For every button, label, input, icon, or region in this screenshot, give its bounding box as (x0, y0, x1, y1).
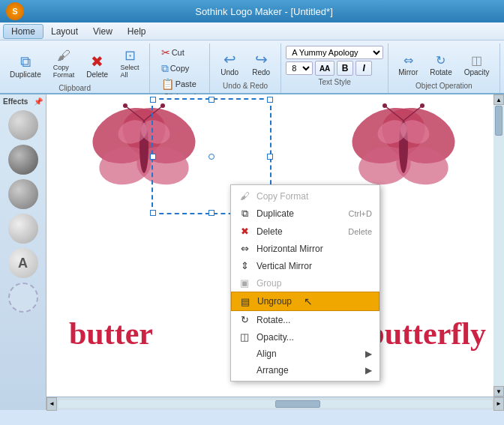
btn-mirror[interactable]: ⇔ Mirror (393, 51, 423, 80)
btn-rotate[interactable]: ↻ Rotate (424, 51, 457, 80)
effect-item-2[interactable] (8, 179, 38, 209)
ctx-align-arrow: ▶ (365, 349, 372, 359)
btn-select-all[interactable]: ⊡ SelectAll (115, 45, 145, 82)
canvas-text-right: butterfly (367, 316, 486, 352)
ctx-align-label: Align (256, 349, 277, 359)
scroll-thumb-right[interactable] (495, 106, 502, 136)
canvas-area[interactable]: butter butterfly 🖌 Copy Format ⧉ Duplica… (46, 94, 494, 397)
handle-bl[interactable] (150, 210, 156, 216)
menu-home[interactable]: Home (3, 24, 44, 39)
scroll-track-bottom (58, 400, 492, 408)
mirror-icon: ⇔ (404, 55, 413, 67)
effect-item-1[interactable] (8, 145, 38, 175)
ctx-ungroup-icon: ▤ (239, 296, 251, 307)
ctx-copy-format[interactable]: 🖌 Copy Format (231, 187, 380, 205)
selection-center (208, 154, 214, 160)
font-select[interactable]: A Yummy Apology (286, 46, 383, 59)
copy-icon: ⧉ (161, 63, 169, 73)
ctx-group[interactable]: ▣ Group (231, 274, 380, 292)
canvas-content: butter butterfly 🖌 Copy Format ⧉ Duplica… (46, 94, 494, 397)
opacity-icon: ◫ (471, 55, 482, 67)
ctx-copy-format-label: Copy Format (256, 191, 308, 202)
font-italic-btn[interactable]: I (356, 61, 372, 76)
handle-tr[interactable] (267, 97, 273, 103)
effects-panel: Effects 📌 A (0, 94, 46, 410)
btn-cut[interactable]: ✂ Cut (158, 45, 202, 60)
ctx-arrange[interactable]: Arrange ▶ (231, 362, 380, 379)
ctx-ungroup[interactable]: ▤ Ungroup ↖ (231, 292, 380, 311)
effect-item-3[interactable] (8, 214, 38, 244)
ctx-arrange-label: Arrange (256, 365, 289, 376)
ctx-opacity[interactable]: ◫ Opacity... (231, 328, 380, 346)
ctx-duplicate[interactable]: ⧉ Duplicate Ctrl+D (231, 205, 380, 223)
menu-help[interactable]: Help (120, 25, 154, 38)
scroll-track-right (494, 105, 504, 386)
btn-opacity[interactable]: ◫ Opacity (459, 51, 495, 80)
ctx-copy-format-icon: 🖌 (238, 190, 250, 202)
scroll-down-btn[interactable]: ▼ (494, 386, 504, 397)
text-style-group: A Yummy Apology 8 AA B I Text Style (281, 43, 388, 93)
btn-mirror-label: Mirror (398, 68, 418, 76)
bottom-scroll-bar: ◄ ► (46, 397, 504, 410)
ctx-align[interactable]: Align ▶ (231, 346, 380, 362)
scroll-left-btn[interactable]: ◄ (46, 397, 57, 411)
ctx-rotate[interactable]: ↻ Rotate... (231, 311, 380, 328)
menu-layout[interactable]: Layout (44, 25, 86, 38)
ctx-delete[interactable]: ✖ Delete Delete (231, 223, 380, 240)
handle-bm[interactable] (208, 210, 214, 216)
cut-icon: ✂ (161, 47, 170, 58)
ctx-rotate-icon: ↻ (238, 314, 250, 325)
effect-item-5[interactable] (8, 283, 38, 313)
btn-copy[interactable]: ⧉ Copy (158, 61, 202, 76)
btn-paste[interactable]: 📋 Paste (158, 76, 202, 91)
ctx-opacity-label: Opacity... (256, 332, 294, 343)
btn-redo[interactable]: ↪ Redo (246, 48, 276, 80)
font-aa-btn[interactable]: AA (315, 61, 334, 76)
menu-view[interactable]: View (86, 25, 120, 38)
ctx-delete-shortcut: Delete (348, 227, 372, 236)
ribbon-group-undo: ↩ Undo ↪ Redo Undo & Redo (210, 43, 281, 93)
ctx-h-mirror[interactable]: ⇔ Horizontal Mirror (231, 240, 380, 257)
btn-undo[interactable]: ↩ Undo (214, 48, 244, 80)
handle-tm[interactable] (208, 97, 214, 103)
btn-rotate-label: Rotate (430, 68, 452, 76)
btn-cut-label: Cut (172, 48, 184, 57)
handle-mr[interactable] (267, 154, 273, 160)
canvas-text-left: butter (69, 316, 153, 352)
text-style-label: Text Style (286, 78, 383, 86)
effects-pin-icon[interactable]: 📌 (34, 97, 43, 106)
copy-format-icon: 🖌 (57, 49, 70, 62)
ribbon-group-main: ⧉ Duplicate 🖌 CopyFormat ✖ Delete ⊡ Sele… (0, 43, 150, 93)
cursor-icon: ↖ (304, 295, 313, 307)
duplicate-icon: ⧉ (20, 54, 31, 69)
btn-delete[interactable]: ✖ Delete (81, 50, 113, 82)
effect-item-0[interactable] (8, 110, 38, 140)
effects-label: Effects (3, 97, 28, 106)
ctx-arrange-arrow: ▶ (365, 365, 372, 376)
font-bold-btn[interactable]: B (337, 61, 353, 76)
menu-bar: Home Layout View Help (0, 22, 504, 40)
ribbon-group-object: ⇔ Mirror ↻ Rotate ◫ Opacity Object Opera… (388, 43, 500, 93)
btn-redo-label: Redo (252, 68, 270, 76)
undo-icon: ↩ (224, 52, 236, 67)
ctx-v-mirror-label: Vertical Mirror (256, 261, 312, 271)
btn-duplicate[interactable]: ⧉ Duplicate (4, 50, 46, 82)
scroll-thumb-bottom[interactable] (275, 400, 320, 408)
svg-point-7 (123, 103, 128, 108)
ctx-group-label: Group (256, 278, 281, 289)
rotate-icon: ↻ (436, 55, 446, 67)
title-text: Sothink Logo Maker - [Untitled*] (30, 6, 498, 17)
btn-copy-label: Copy (170, 64, 190, 73)
scroll-right-btn[interactable]: ► (494, 397, 504, 411)
scroll-up-btn[interactable]: ▲ (494, 94, 504, 105)
ctx-v-mirror[interactable]: ⇕ Vertical Mirror (231, 257, 380, 274)
group-clipboard-label: Clipboard (58, 84, 91, 94)
btn-copy-format-label: CopyFormat (53, 64, 75, 79)
content-area: Effects 📌 A (0, 94, 504, 410)
btn-duplicate-label: Duplicate (10, 70, 41, 79)
ctx-group-icon: ▣ (238, 277, 250, 289)
btn-copy-format[interactable]: 🖌 CopyFormat (48, 45, 80, 82)
font-size-select[interactable]: 8 (286, 61, 313, 75)
effect-item-4[interactable]: A (8, 248, 38, 278)
ctx-delete-label: Delete (256, 226, 283, 237)
